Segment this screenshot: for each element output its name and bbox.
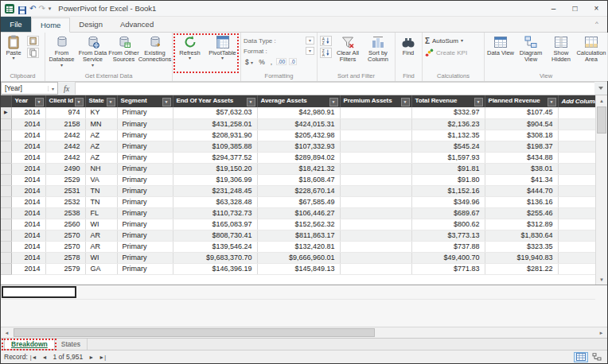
filter-dropdown-icon[interactable]: ▼ xyxy=(329,98,338,106)
row-header[interactable] xyxy=(1,174,11,185)
row-header[interactable] xyxy=(1,252,11,263)
cell[interactable]: $689.67 xyxy=(411,207,485,219)
row-header[interactable] xyxy=(1,118,11,130)
cell[interactable]: $1,152.16 xyxy=(411,185,485,196)
cell[interactable]: $132,420.81 xyxy=(257,241,340,252)
cell[interactable]: $289,894.02 xyxy=(257,152,340,163)
cell[interactable] xyxy=(340,130,411,141)
cell[interactable]: Primary xyxy=(117,185,173,196)
calculation-area[interactable] xyxy=(1,285,607,327)
cell[interactable]: AR xyxy=(85,241,117,252)
cell-add-column[interactable] xyxy=(558,107,597,118)
cell-add-column[interactable] xyxy=(558,230,597,241)
vertical-scrollbar[interactable]: ▲ ▼ xyxy=(595,95,607,285)
cell[interactable]: 2442 xyxy=(45,152,85,163)
cell[interactable]: $19,306.99 xyxy=(173,174,257,185)
cell[interactable]: $67,585.49 xyxy=(257,196,340,207)
cell[interactable]: $49,400.70 xyxy=(411,252,485,263)
cell[interactable]: $91.81 xyxy=(411,163,485,174)
cell[interactable]: $109,385.88 xyxy=(173,141,257,152)
column-header[interactable]: ▼End Of Year Assets xyxy=(173,95,257,107)
cell-add-column[interactable] xyxy=(558,252,597,263)
cell[interactable]: Primary xyxy=(117,152,173,163)
cell[interactable] xyxy=(340,252,411,263)
cell[interactable]: Primary xyxy=(117,241,173,252)
row-header[interactable] xyxy=(1,141,11,152)
cell[interactable]: $139,546.24 xyxy=(173,241,257,252)
cell[interactable]: Primary xyxy=(117,252,173,263)
cell[interactable]: $1,132.35 xyxy=(411,130,485,141)
scroll-right-icon[interactable]: ► xyxy=(595,327,607,338)
cell[interactable]: $152,562.32 xyxy=(257,219,340,230)
cell[interactable]: $323.35 xyxy=(485,241,558,252)
cell[interactable]: $165,083.97 xyxy=(173,219,257,230)
formula-input[interactable] xyxy=(76,82,594,95)
cell[interactable]: $198.37 xyxy=(485,141,558,152)
find-button[interactable]: Find xyxy=(396,33,420,56)
cell[interactable]: WI xyxy=(85,219,117,230)
cell[interactable]: $811,863.17 xyxy=(257,230,340,241)
cell[interactable]: $771.83 xyxy=(411,263,485,274)
maximize-button[interactable]: □ xyxy=(564,1,586,16)
filter-dropdown-icon[interactable]: ▼ xyxy=(247,98,255,106)
name-box[interactable]: [Year] ▾ xyxy=(1,82,58,95)
sort-ascending-button[interactable]: AZ xyxy=(320,36,332,46)
cell[interactable]: $106,446.27 xyxy=(257,207,340,219)
autosum-button[interactable]: Σ AutoSum ▾ xyxy=(425,36,481,46)
cell[interactable]: 2014 xyxy=(11,163,45,174)
row-header[interactable] xyxy=(1,130,11,141)
hscroll-thumb[interactable] xyxy=(14,328,375,337)
cell[interactable]: Primary xyxy=(117,207,173,219)
chevron-down-icon[interactable]: ▾ xyxy=(48,86,57,91)
cell[interactable]: 2531 xyxy=(45,185,85,196)
cell-add-column[interactable] xyxy=(558,241,597,252)
cell[interactable]: $737.88 xyxy=(411,241,485,252)
cell[interactable]: Primary xyxy=(117,196,173,207)
cell[interactable]: 2014 xyxy=(11,185,45,196)
from-database-button[interactable]: From Database ▾ xyxy=(46,33,77,68)
cell-add-column[interactable] xyxy=(558,185,597,196)
next-record-icon[interactable]: ► xyxy=(88,354,94,360)
diagram-view-button[interactable]: Diagram View xyxy=(516,33,546,64)
row-header[interactable] xyxy=(1,163,11,174)
cell[interactable] xyxy=(340,241,411,252)
row-header[interactable] xyxy=(1,196,11,207)
cell-add-column[interactable] xyxy=(558,219,597,230)
cell[interactable]: $19,940.83 xyxy=(485,252,558,263)
close-button[interactable]: × xyxy=(586,1,607,16)
cell[interactable]: $9,666,960.01 xyxy=(257,252,340,263)
cell[interactable]: $63,328.48 xyxy=(173,196,257,207)
cell[interactable]: 2014 xyxy=(11,118,45,130)
column-header[interactable]: ▼Premium Assets xyxy=(340,95,411,107)
redo-icon[interactable]: ↷ xyxy=(38,4,45,14)
row-header[interactable] xyxy=(1,185,11,196)
vscroll-thumb[interactable] xyxy=(597,106,606,134)
cell[interactable]: AZ xyxy=(85,152,117,163)
cell[interactable]: $255.46 xyxy=(485,207,558,219)
filter-dropdown-icon[interactable]: ▼ xyxy=(548,98,556,106)
cell[interactable]: $904.54 xyxy=(485,118,558,130)
cell[interactable]: Primary xyxy=(117,219,173,230)
paste-replace-button[interactable] xyxy=(27,36,39,46)
cell[interactable]: $146,396.19 xyxy=(173,263,257,274)
cell-add-column[interactable] xyxy=(558,152,597,163)
cell[interactable] xyxy=(340,163,411,174)
cell[interactable]: $1,597.93 xyxy=(411,152,485,163)
undo-icon[interactable]: ↶ xyxy=(29,4,36,14)
cell[interactable] xyxy=(340,152,411,163)
tab-home[interactable]: Home xyxy=(31,17,70,33)
cell[interactable]: AZ xyxy=(85,141,117,152)
row-header[interactable] xyxy=(1,230,11,241)
cell-add-column[interactable] xyxy=(558,207,597,219)
filter-dropdown-icon[interactable]: ▼ xyxy=(162,98,171,106)
column-header[interactable]: ▼Year xyxy=(11,95,45,107)
cell[interactable]: $57,632.03 xyxy=(173,107,257,118)
cell[interactable]: $294,377.52 xyxy=(173,152,257,163)
sheet-tab-states[interactable]: States xyxy=(55,339,88,350)
cell[interactable]: 2014 xyxy=(11,130,45,141)
sort-descending-button[interactable]: ZA xyxy=(320,48,332,58)
comma-format-button[interactable]: , xyxy=(269,57,274,67)
cell[interactable]: 2014 xyxy=(11,263,45,274)
cell[interactable]: $424,015.31 xyxy=(257,118,340,130)
cell[interactable]: Primary xyxy=(117,107,173,118)
